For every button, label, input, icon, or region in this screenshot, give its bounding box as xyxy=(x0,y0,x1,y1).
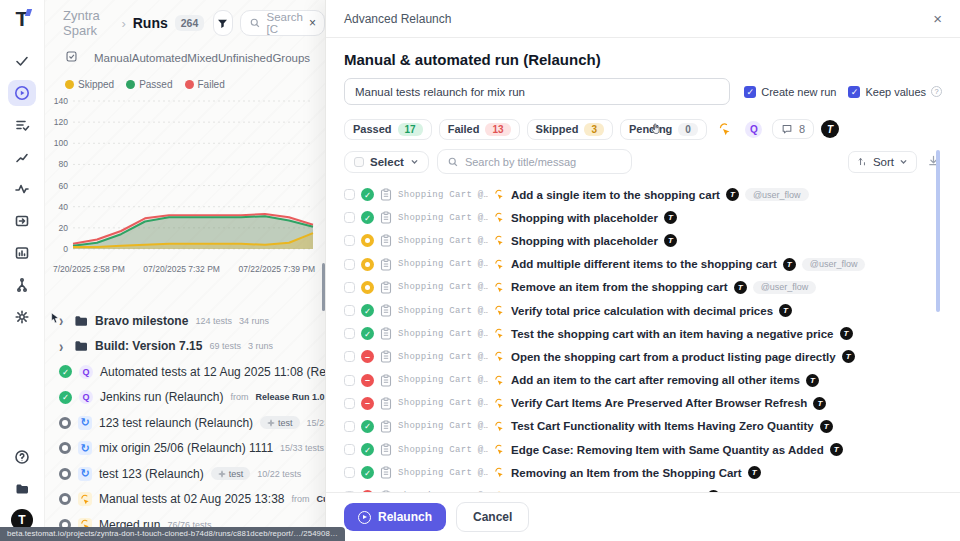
left-panel-scrollbar[interactable] xyxy=(322,263,325,311)
relaunch-button[interactable]: Relaunch xyxy=(344,503,446,531)
legend-item[interactable]: Passed xyxy=(126,79,172,90)
status-filter-chip[interactable]: Failed 13 xyxy=(439,119,520,140)
row-checkbox[interactable] xyxy=(344,444,355,455)
test-row[interactable]: Shopping Cart @… Add an item to the cart… xyxy=(344,369,942,392)
sort-button[interactable]: Sort xyxy=(848,151,917,173)
tree-row[interactable]: › Bravo milestone 124 tests 34 runs xyxy=(45,308,325,334)
runs-play-icon[interactable] xyxy=(8,80,36,106)
env-badge: test xyxy=(211,467,251,480)
row-checkbox[interactable] xyxy=(344,305,355,316)
analytics-pulse-icon[interactable] xyxy=(8,176,36,202)
report-image-icon[interactable] xyxy=(8,240,36,266)
row-checkbox[interactable] xyxy=(344,212,355,223)
chart-x-labels: 7/20/2025 2:58 PM07/20/2025 7:32 PM07/22… xyxy=(47,262,319,274)
run-name-input[interactable]: Manual tests relaunch for mix run xyxy=(344,78,730,105)
tree-row[interactable]: Q Automated tests at 12 Aug 2025 11:08 (… xyxy=(45,359,325,385)
tree-row[interactable]: ↻ mix origin 25/06 (Relaunch) 1111 15/33… xyxy=(45,436,325,462)
test-row[interactable]: Shopping Cart @… Test Cart Functionality… xyxy=(344,415,942,438)
svg-text:60: 60 xyxy=(59,181,69,191)
run-type-tabs: ManualAutomatedMixedUnfinishedGroups xyxy=(45,44,325,71)
manual-test-icon xyxy=(494,328,505,339)
tab[interactable]: Automated xyxy=(132,52,188,64)
author-avatar[interactable]: T xyxy=(821,120,839,138)
tree-row[interactable]: ↻ test 123 (Relaunch) test 10/22 tests xyxy=(45,461,325,487)
option-checkbox[interactable]: ✓ Create new run xyxy=(744,86,836,98)
tree-row[interactable]: ↻ 123 test relaunch (Relaunch) test 15/2… xyxy=(45,410,325,436)
option-checkbox[interactable]: ✓ Keep values ? xyxy=(848,86,942,98)
tab[interactable]: Mixed xyxy=(187,52,218,64)
tree-row[interactable]: Manual tests at 02 Aug 2025 13:38 from C… xyxy=(45,487,325,513)
steps-icon[interactable] xyxy=(8,144,36,170)
legend-item[interactable]: Failed xyxy=(185,79,225,90)
breadcrumb-page[interactable]: Runs xyxy=(133,15,168,31)
chevron-right-icon[interactable]: › xyxy=(59,337,67,355)
status-filter-chip[interactable]: Pending 0 xyxy=(620,119,707,140)
test-row[interactable]: Shopping Cart @… Test Removing an Item R… xyxy=(344,484,942,492)
test-title: Test Cart Functionality with Items Havin… xyxy=(511,420,814,432)
chevron-right-icon[interactable]: › xyxy=(59,312,67,330)
row-checkbox[interactable] xyxy=(344,375,355,386)
row-checkbox[interactable] xyxy=(344,467,355,478)
row-checkbox[interactable] xyxy=(344,259,355,270)
test-row[interactable]: Shopping Cart @… Open the shopping cart … xyxy=(344,345,942,368)
test-row[interactable]: Shopping Cart @… Remove an item from the… xyxy=(344,276,942,299)
tree-row[interactable]: › Build: Version 7.15 69 tests 3 runs xyxy=(45,334,325,360)
select-all-icon[interactable] xyxy=(65,50,78,65)
manual-filter-icon[interactable] xyxy=(714,118,736,140)
tests-list-scrollbar[interactable] xyxy=(936,150,940,312)
close-icon[interactable]: × xyxy=(933,11,942,26)
status-count-badge: 17 xyxy=(398,123,423,136)
test-row[interactable]: Shopping Cart @… Edge Case: Removing Ite… xyxy=(344,438,942,461)
row-checkbox[interactable] xyxy=(344,235,355,246)
test-row[interactable]: Shopping Cart @… Verify Cart Items Are P… xyxy=(344,392,942,415)
row-checkbox[interactable] xyxy=(344,351,355,362)
breadcrumb-project[interactable]: Zyntra Spark xyxy=(63,8,114,38)
test-row[interactable]: Shopping Cart @… Add multiple different … xyxy=(344,253,942,276)
branch-icon[interactable] xyxy=(8,272,36,298)
test-row[interactable]: Shopping Cart @… Shopping with placehold… xyxy=(344,229,942,252)
filter-button[interactable] xyxy=(213,10,232,36)
tree-row[interactable]: Q Jenkins run (Relaunch) from Release Ru… xyxy=(45,385,325,411)
row-checkbox[interactable] xyxy=(344,189,355,200)
tests-search-input[interactable]: Search by title/messag xyxy=(437,149,632,174)
test-row[interactable]: Shopping Cart @… Shopping with placehold… xyxy=(344,206,942,229)
test-row[interactable]: Shopping Cart @… Test the shopping cart … xyxy=(344,322,942,345)
chevron-down-icon xyxy=(899,156,908,168)
check-icon[interactable] xyxy=(8,48,36,74)
row-checkbox[interactable] xyxy=(344,328,355,339)
app-logo[interactable]: T xyxy=(16,8,29,29)
select-checkbox[interactable] xyxy=(354,157,364,167)
clear-search-icon[interactable]: × xyxy=(309,16,316,30)
header-search-input[interactable]: Search [C × xyxy=(240,10,325,36)
svg-text:20: 20 xyxy=(59,223,69,233)
projects-folder-icon[interactable] xyxy=(8,476,36,502)
legend-item[interactable]: Skipped xyxy=(65,79,114,90)
checkbox-checked-icon[interactable]: ✓ xyxy=(744,86,756,98)
test-row[interactable]: Shopping Cart @… Add a single item to th… xyxy=(344,183,942,206)
tab[interactable]: Manual xyxy=(94,52,132,64)
run-status-icon xyxy=(59,468,71,480)
export-box-icon[interactable] xyxy=(8,208,36,234)
automated-filter-icon[interactable]: Q xyxy=(743,118,765,140)
status-filter-chip[interactable]: Passed 17 xyxy=(344,119,432,140)
select-dropdown[interactable]: Select xyxy=(344,151,429,173)
row-checkbox[interactable] xyxy=(344,282,355,293)
status-filter-chip[interactable]: Skipped 3 xyxy=(527,119,613,140)
test-row[interactable]: Shopping Cart @… Verify total price calc… xyxy=(344,299,942,322)
tasks-list-icon[interactable] xyxy=(8,112,36,138)
cancel-button[interactable]: Cancel xyxy=(456,502,529,532)
mixed-run-icon: ↻ xyxy=(78,441,92,455)
manual-test-icon xyxy=(494,467,505,478)
checkbox-checked-icon[interactable]: ✓ xyxy=(848,86,860,98)
test-row[interactable]: Shopping Cart @… Removing an Item from t… xyxy=(344,461,942,484)
clipboard-icon xyxy=(380,443,392,456)
run-title: 123 test relaunch (Relaunch) xyxy=(99,416,253,430)
modal-title: Advanced Relaunch xyxy=(344,12,451,26)
row-checkbox[interactable] xyxy=(344,398,355,409)
row-checkbox[interactable] xyxy=(344,421,355,432)
tab[interactable]: Unfinished xyxy=(218,52,272,64)
settings-gear-icon[interactable] xyxy=(8,304,36,330)
comments-chip[interactable]: 8 xyxy=(772,119,814,139)
tab[interactable]: Groups xyxy=(272,52,310,64)
help-icon[interactable] xyxy=(8,444,36,470)
